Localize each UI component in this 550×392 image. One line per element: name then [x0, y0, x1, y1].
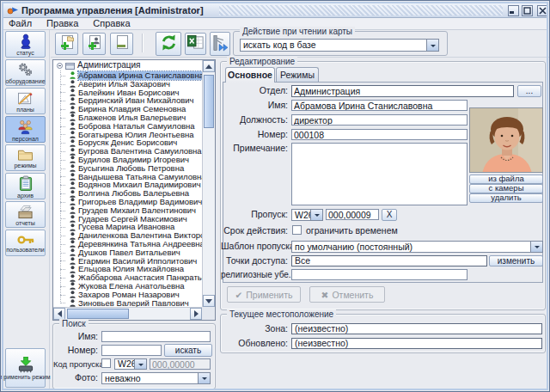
title-bar: Программа управления [Administrator] — [3, 3, 547, 18]
department-icon — [65, 62, 75, 70]
number-label: Номер: — [221, 129, 288, 140]
photo-delete-button[interactable]: удалить — [469, 193, 543, 203]
scroll-right-button[interactable] — [190, 308, 202, 320]
zone-value: (неизвестно) — [291, 323, 542, 334]
apply-mode-icon — [16, 357, 35, 373]
excel-icon — [186, 34, 205, 54]
search-panel: Поиск Имя: Номер: искать Код пропуска: W… — [52, 323, 216, 389]
horizontal-scroll-thumb[interactable] — [67, 309, 129, 319]
tab-modes[interactable]: Режимы — [276, 67, 319, 82]
search-number-label: Номер: — [53, 345, 98, 356]
validity-checkbox[interactable] — [292, 225, 302, 235]
chevron-down-icon[interactable] — [310, 210, 322, 220]
scrollbar-corner — [202, 307, 215, 320]
apply-mode-button[interactable]: применить режим — [5, 348, 46, 388]
note-field[interactable] — [291, 143, 468, 205]
window-title: Программа управления [Administrator] — [21, 5, 204, 15]
sidebar-item-modes[interactable]: режимы — [5, 144, 46, 171]
add-department-icon — [58, 34, 76, 54]
remove-button[interactable] — [110, 33, 133, 55]
department-label: Отдел: — [221, 85, 288, 96]
turnstile-icon — [211, 34, 229, 55]
export-excel-button[interactable] — [185, 33, 206, 55]
tree-vertical-scrollbar[interactable] — [202, 60, 215, 307]
sidebar-item-plans[interactable]: планы — [5, 88, 46, 114]
person-icon — [70, 139, 76, 147]
triangle-up-icon — [205, 61, 212, 69]
person-icon — [70, 97, 76, 105]
people-icon — [17, 119, 34, 135]
pass-clear-button[interactable]: X — [382, 209, 397, 221]
chevron-down-icon[interactable] — [134, 359, 146, 369]
scroll-down-button[interactable] — [203, 295, 215, 307]
search-photo-select[interactable]: неважно — [101, 372, 211, 384]
sidebar-item-archive[interactable]: архив — [5, 173, 46, 199]
card-action-select[interactable]: искать код в базе — [240, 39, 439, 52]
refresh-button[interactable] — [156, 32, 181, 56]
person-photo — [469, 107, 543, 173]
religion-field[interactable] — [291, 269, 468, 280]
chevron-down-icon[interactable] — [530, 242, 542, 252]
name-label: Имя: — [221, 100, 288, 111]
minimize-button[interactable] — [508, 5, 519, 16]
pass-format-select[interactable]: W26 — [291, 209, 323, 221]
photo-from-file-button[interactable]: из файла — [469, 175, 543, 184]
name-field[interactable] — [291, 100, 468, 111]
person-icon — [70, 131, 76, 138]
card-reader-button[interactable] — [210, 32, 230, 56]
department-field[interactable] — [291, 85, 514, 97]
scroll-up-button[interactable] — [203, 60, 215, 72]
menu-edit[interactable]: Правка — [40, 18, 84, 29]
cancel-button[interactable]: ✖Отменить — [309, 286, 385, 303]
titlebar-texture — [219, 5, 503, 15]
search-card-code-input[interactable] — [150, 358, 211, 370]
person-icon — [70, 148, 76, 156]
close-button[interactable] — [537, 5, 548, 16]
pass-code-field[interactable] — [326, 209, 379, 220]
position-field[interactable] — [291, 114, 468, 126]
validity-checkbox-label: ограничить временем — [306, 225, 398, 236]
folder-icon — [17, 148, 34, 162]
apply-button[interactable]: ✔Применить — [227, 286, 301, 303]
search-card-code-checkbox[interactable] — [101, 358, 111, 368]
pass-template-select[interactable]: по умолчанию (постоянный) — [291, 241, 543, 253]
search-card-code-label: Код пропуска: — [53, 358, 98, 370]
person-icon — [70, 198, 76, 205]
add-person-button[interactable] — [82, 33, 106, 55]
location-panel-title: Текущее местоположение — [227, 309, 336, 319]
person-icon — [70, 232, 76, 240]
personnel-tree-panel: Администрация Абрамова Ирина Станиславов… — [52, 59, 216, 321]
menu-help[interactable]: Справка — [87, 18, 136, 29]
tab-main[interactable]: Основное — [225, 67, 275, 83]
photo-from-camera-button[interactable]: с камеры — [469, 184, 543, 193]
sidebar-item-reports[interactable]: отчеты — [5, 201, 46, 228]
sidebar-item-users[interactable]: пользователи — [5, 230, 46, 256]
card-action-group-title: Действие при чтении карты — [240, 27, 355, 36]
tree-collapse-handle[interactable] — [57, 63, 63, 69]
search-photo-label: Фото: — [53, 372, 98, 383]
maximize-button[interactable] — [522, 5, 533, 16]
vertical-scroll-thumb[interactable] — [204, 75, 214, 128]
chevron-down-icon[interactable] — [198, 373, 210, 383]
sidebar-item-status[interactable]: статус — [5, 31, 46, 58]
add-department-button[interactable] — [55, 33, 78, 55]
menu-file[interactable]: Файл — [3, 18, 38, 29]
department-browse-button[interactable]: ... — [517, 85, 541, 97]
scroll-left-button[interactable] — [53, 308, 65, 320]
access-points-change-button[interactable]: изменить — [489, 255, 543, 266]
chevron-down-icon[interactable] — [426, 40, 438, 51]
person-icon — [70, 181, 76, 189]
sidebar-item-equipment[interactable]: оборудование — [5, 59, 46, 86]
cross-icon: ✖ — [321, 290, 329, 300]
sidebar-item-personnel[interactable]: персонал — [5, 116, 46, 143]
tree-root[interactable]: Администрация — [53, 60, 202, 70]
app-window: Программа управления [Administrator] Фай… — [0, 0, 550, 392]
search-button[interactable]: искать — [164, 344, 212, 357]
search-number-input[interactable] — [101, 345, 162, 356]
tree-horizontal-scrollbar[interactable] — [53, 307, 202, 320]
person-icon — [70, 106, 76, 113]
tree-person-item[interactable]: Зиновьев Валерий Павлович — [53, 299, 202, 307]
search-name-input[interactable] — [101, 331, 211, 342]
search-card-format-select[interactable]: W26 — [114, 358, 147, 370]
number-field[interactable] — [291, 129, 468, 140]
